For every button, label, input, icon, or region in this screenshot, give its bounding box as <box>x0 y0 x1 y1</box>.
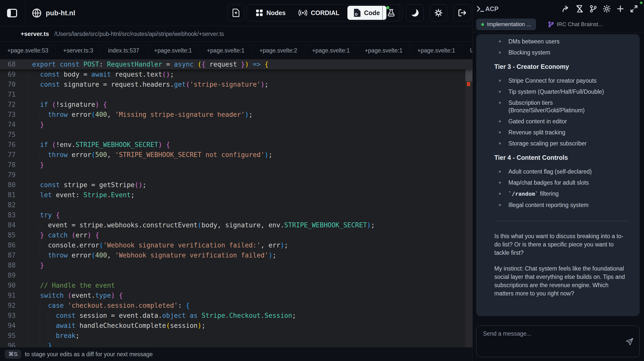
code-line[interactable]: 93 const session = event.data.object as … <box>0 311 472 321</box>
code-line[interactable]: 83 try { <box>0 210 472 220</box>
expand-icon[interactable] <box>630 5 638 13</box>
code-text: throw error(400, 'Missing stripe-signatu… <box>32 110 253 120</box>
tab-code[interactable]: Code <box>347 6 386 20</box>
code-line[interactable]: 81 let event: Stripe.Event; <box>0 190 472 200</box>
editor-tab[interactable]: +page.svelte:1 <box>199 42 252 59</box>
agent-flask-button[interactable] <box>382 4 400 21</box>
breadcrumb-path[interactable]: /Users/larsde/src/pub-htnl/src/routes/ap… <box>54 31 224 37</box>
editor-tab[interactable]: +page.svelte:2 <box>252 42 305 59</box>
app-window: pub-ht.nl Nodes CORDIAL <box>0 0 644 361</box>
flask-icon <box>387 9 395 17</box>
editor-tab[interactable]: UserMenu.svelte:1 <box>463 42 472 59</box>
code-text: const stripe = getStripe(); <box>32 180 146 190</box>
editor-scrollbar[interactable] <box>465 59 472 347</box>
code-line[interactable]: 76 if (!env.STRIPE_WEBHOOK_SECRET) { <box>0 140 472 150</box>
code-text: export const POST: RequestHandler = asyn… <box>32 59 268 69</box>
line-number: 95 <box>0 331 16 341</box>
code-text: } catch (err) { <box>32 230 99 240</box>
send-button[interactable] <box>625 337 634 346</box>
code-line[interactable]: 84 event = stripe.webhooks.constructEven… <box>0 220 472 230</box>
sidebar-toggle-icon <box>7 9 17 17</box>
code-line[interactable]: 72 if (!signature) { <box>0 99 472 110</box>
code-line[interactable]: 69 const body = await request.text(); <box>0 69 472 79</box>
code-line[interactable]: 75 <box>0 130 472 140</box>
forward-icon[interactable] <box>562 5 570 13</box>
code-line[interactable]: 86 console.error('Webhook signature veri… <box>0 240 472 250</box>
plus-icon[interactable] <box>616 5 624 13</box>
code-line[interactable]: 90 // Handle the event <box>0 280 472 290</box>
status-bar: ⌘S to stage your edits as a diff for you… <box>0 347 472 361</box>
code-text: break; <box>32 331 79 341</box>
site-logo-icon <box>32 8 42 18</box>
message-box <box>476 326 640 357</box>
bullet-icon <box>499 102 501 104</box>
code-text: } <box>32 260 44 270</box>
code-text: if (!env.STRIPE_WEBHOOK_SECRET) { <box>32 140 170 150</box>
editor-tab[interactable]: +server.ts:3 <box>56 42 101 59</box>
line-number: 83 <box>0 210 16 220</box>
editor-tab-strip: +page.svelte:53+server.ts:3index.ts:537+… <box>0 42 472 59</box>
code-line[interactable]: 82 <box>0 200 472 210</box>
code-line[interactable]: 73 throw error(400, 'Missing stripe-sign… <box>0 110 472 120</box>
topbar-divider <box>25 0 25 26</box>
code-text: // Handle the event <box>32 280 115 290</box>
assistant-paragraphs: Is this what you want to discuss breakin… <box>494 232 629 298</box>
bullet-icon <box>499 80 501 82</box>
message-input[interactable] <box>476 326 639 357</box>
theme-toggle-button[interactable] <box>406 4 424 21</box>
bullet-icon <box>499 142 501 144</box>
code-line[interactable]: 87 throw error(400, 'Webhook signature v… <box>0 250 472 260</box>
list-item: Illegal content reporting system <box>494 201 629 209</box>
tab-cordial[interactable]: CORDIAL <box>292 5 346 21</box>
code-line[interactable]: 71 <box>0 89 472 99</box>
list-item: Stripe Connect for creator payouts <box>494 77 629 84</box>
code-line[interactable]: 74 } <box>0 120 472 130</box>
panel-title: ACP <box>485 5 499 13</box>
moon-icon <box>411 9 419 17</box>
sidebar-toggle-button[interactable] <box>7 8 18 18</box>
git-branch-icon[interactable] <box>589 5 597 13</box>
editor-tab[interactable]: index.ts:537 <box>101 42 147 59</box>
code-line[interactable]: 77 throw error(500, 'STRIPE_WEBHOOK_SECR… <box>0 150 472 160</box>
file-diff-button[interactable] <box>228 4 244 21</box>
code-line[interactable]: 95 break; <box>0 331 472 341</box>
code-line[interactable]: 78 } <box>0 160 472 170</box>
breadcrumb-filename[interactable]: +server.ts <box>21 30 49 37</box>
panel-tab-implementation[interactable]: Implementation ... <box>476 19 536 30</box>
bullet-icon <box>499 204 501 206</box>
editor-tab[interactable]: +page.svelte:1 <box>357 42 410 59</box>
editor-tab[interactable]: +page.svelte:1 <box>305 42 357 59</box>
sign-out-button[interactable] <box>453 4 471 21</box>
code-editor[interactable]: 68export const POST: RequestHandler = as… <box>0 59 472 347</box>
code-line[interactable]: 79 <box>0 170 472 180</box>
code-line[interactable]: 96 } <box>0 341 472 347</box>
gear-icon <box>434 9 442 17</box>
line-number: 77 <box>0 150 16 160</box>
code-line[interactable]: 85 } catch (err) { <box>0 230 472 240</box>
code-line[interactable]: 68export const POST: RequestHandler = as… <box>0 59 472 69</box>
code-line[interactable]: 92 case 'checkout.session.completed': { <box>0 300 472 311</box>
code-line[interactable]: 88 } <box>0 260 472 270</box>
code-text: switch (event.type) { <box>32 290 123 300</box>
settings-button[interactable] <box>430 4 447 21</box>
chat-message-card[interactable]: DMs between usersBlocking systemTier 3 -… <box>476 34 640 316</box>
line-number: 72 <box>0 99 16 110</box>
code-line[interactable]: 94 await handleCheckoutComplete(session)… <box>0 321 472 331</box>
editor-tab[interactable]: +page.svelte:1 <box>410 42 463 59</box>
code-line[interactable]: 91 switch (event.type) { <box>0 290 472 300</box>
sun-icon[interactable] <box>603 5 611 13</box>
code-text: throw error(500, 'STRIPE_WEBHOOK_SECRET … <box>32 150 272 160</box>
agent-status-dot <box>386 6 389 9</box>
code-line[interactable]: 89 <box>0 270 472 280</box>
code-line[interactable]: 70 const signature = request.headers.get… <box>0 79 472 89</box>
thread-status-dot <box>481 23 484 26</box>
panel-header-icons <box>562 0 638 18</box>
list-item: DMs between users <box>494 38 629 45</box>
bullet-icon <box>499 120 501 122</box>
code-line[interactable]: 80 const stripe = getStripe(); <box>0 180 472 190</box>
tab-nodes[interactable]: Nodes <box>249 5 292 21</box>
history-off-icon[interactable] <box>576 5 584 13</box>
panel-tab-irc-chat[interactable]: IRC Chat Brainst... <box>543 19 608 30</box>
editor-tab[interactable]: +page.svelte:53 <box>0 42 56 59</box>
editor-tab[interactable]: +page.svelte:1 <box>147 42 199 59</box>
